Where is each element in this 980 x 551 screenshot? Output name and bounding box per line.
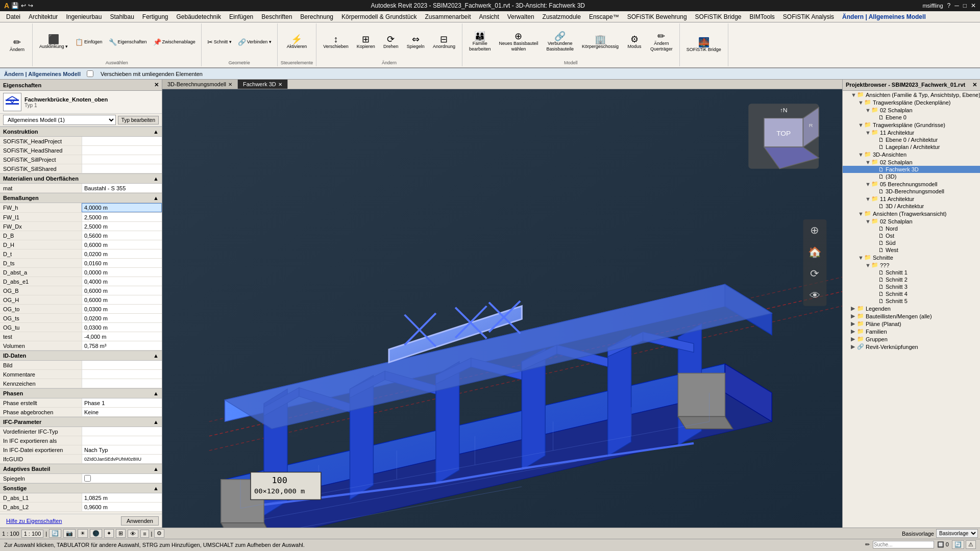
section-ifc[interactable]: IFC-Parameter▲ <box>0 417 162 427</box>
sun-btn[interactable]: ☀ <box>78 529 88 538</box>
tree-item-ansichten[interactable]: ▼ 📁 Ansichten (Familie & Typ, Ansichtsty… <box>843 91 980 98</box>
tree-item-legenden[interactable]: ▶ 📁 Legenden <box>843 305 980 312</box>
section-adaptives-bauteil[interactable]: Adaptives Bauteil▲ <box>0 464 162 474</box>
close-btn[interactable]: ✕ <box>971 2 976 9</box>
viewport-tab-fachwerk3d-close[interactable]: ✕ <box>278 82 282 87</box>
menu-stahlbau[interactable]: Stahlbau <box>106 12 138 21</box>
menu-ansicht[interactable]: Ansicht <box>475 12 503 21</box>
base-template-selector[interactable]: Basisvorlage <box>936 529 978 538</box>
menu-berechnung[interactable]: Berechnung <box>296 12 337 21</box>
menu-zusatzmodule[interactable]: Zusatzmodule <box>538 12 585 21</box>
spiegeln-checkbox[interactable] <box>84 475 91 482</box>
crop-btn[interactable]: ⊞ <box>116 529 126 538</box>
tree-item-plaene[interactable]: ▶ 📁 Pläne (Planat) <box>843 320 980 328</box>
tree-item-schnitt-5[interactable]: 🗋 Schnitt 5 <box>843 297 980 305</box>
help-icon[interactable]: ? <box>947 2 951 9</box>
search-input[interactable] <box>873 541 934 548</box>
properties-close[interactable]: ✕ <box>154 82 159 88</box>
viewport-canvas[interactable]: 100 00×120,000 m TOP R ↑N ⊕ <box>162 89 842 528</box>
tree-item-ebene-0-architektur[interactable]: 🗋 Ebene 0 / Architektur <box>843 136 980 143</box>
ribbon-btn-aendern[interactable]: ✏ Ändern <box>6 35 29 55</box>
browser-tree[interactable]: ▼ 📁 Ansichten (Familie & Typ, Ansichtsty… <box>843 91 980 528</box>
ribbon-btn-neue-basis[interactable]: ⊕ Neues Basisbauteilwählen <box>495 29 542 55</box>
tree-item-02-schalplan-1[interactable]: ▼ 📁 02 Schalplan <box>843 106 980 114</box>
menu-sofistik-bewehrung[interactable]: SOFiSTiK Bewehrung <box>623 12 691 21</box>
shadow-btn[interactable]: 🌑 <box>90 529 102 538</box>
tree-item-tragwerksplaene-decke[interactable]: ▼ 📁 Tragwerkspläne (Deckenpläne) <box>843 98 980 106</box>
scale-btn[interactable]: 1 : 100 <box>21 530 44 538</box>
type-dropdown[interactable]: Allgemeines Modell (1) <box>3 115 116 125</box>
tree-item-ebene-0-1[interactable]: 🗋 Ebene 0 <box>843 114 980 121</box>
ribbon-btn-kopieren[interactable]: ⊞ Kopieren <box>353 32 379 52</box>
tree-item-3d[interactable]: 🗋 (3D) <box>843 173 980 180</box>
tree-item-ansichten-tragwerk[interactable]: ▼ 📁 Ansichten (Tragwerksansicht) <box>843 210 980 217</box>
section-materialien[interactable]: Materialien und Oberflächen▲ <box>0 173 162 184</box>
status-sync-btn[interactable]: 🔄 <box>952 540 964 549</box>
menu-ingenieurbau[interactable]: Ingenieurbau <box>62 12 106 21</box>
ribbon-btn-aendern-basisbauteil[interactable]: ✏ ÄndernQuerträger <box>647 29 676 55</box>
tree-item-schnitt-1[interactable]: 🗋 Schnitt 1 <box>843 269 980 276</box>
minimize-btn[interactable]: ─ <box>954 2 959 9</box>
ribbon-btn-verbinden[interactable]: 🔗 Verbinden ▾ <box>235 37 274 47</box>
ribbon-btn-spiegeln[interactable]: ⇔ Spiegeln <box>403 32 428 52</box>
view-props-btn[interactable]: ⚙ <box>154 529 164 538</box>
ribbon-btn-anordnung[interactable]: ⊟ Anordnung <box>429 32 459 52</box>
camera-btn[interactable]: 📷 <box>63 529 76 538</box>
tree-item-familien[interactable]: ▶ 📁 Familien <box>843 328 980 335</box>
tree-item-lageplan-architektur[interactable]: 🗋 Lageplan / Architektur <box>843 143 980 151</box>
browser-close[interactable]: ✕ <box>972 82 977 88</box>
ribbon-btn-schnitt[interactable]: ✂ Schnitt ▾ <box>205 37 234 47</box>
tree-item-west[interactable]: 🗋 West <box>843 246 980 254</box>
type-edit-button[interactable]: Typ bearbeiten <box>118 116 159 124</box>
tree-item-fragezeichen[interactable]: ▼ 📁 ??? <box>843 261 980 269</box>
tree-item-3d-architektur[interactable]: 🗋 3D / Architektur <box>843 203 980 210</box>
section-konstruktion[interactable]: Konstruktion▲ <box>0 127 162 137</box>
status-warning-btn[interactable]: ⚠ <box>966 540 976 549</box>
viewport-tab-fachwerk3d[interactable]: Fachwerk 3D ✕ <box>238 80 288 89</box>
menu-sofistik-bridge[interactable]: SOFiSTiK Bridge <box>691 12 746 21</box>
menu-aendern[interactable]: Ändern | Allgemeines Modell <box>838 12 930 21</box>
viewport[interactable]: 3D-Berechnungsmodell ✕ Fachwerk 3D ✕ <box>162 80 842 528</box>
properties-scroll[interactable]: Konstruktion▲ SOFiSTiK_HeadProject SOFiS… <box>0 127 162 514</box>
quick-access-undo[interactable]: ↩ <box>21 2 26 9</box>
menu-fertigung[interactable]: Fertigung <box>138 12 173 21</box>
menu-gebaeudetechnik[interactable]: Gebäudetechnik <box>173 12 225 21</box>
ribbon-btn-aktivieren[interactable]: ⚡ Aktivieren <box>283 32 311 52</box>
ribbon-btn-koerpergeschossig[interactable]: 🏢 Körpergeschossig <box>578 32 622 52</box>
tree-item-11-architektur-1[interactable]: ▼ 📁 11 Architektur <box>843 129 980 136</box>
menu-datei[interactable]: Datei <box>2 12 24 21</box>
section-sonstige[interactable]: Sonstige▲ <box>0 483 162 493</box>
tree-item-ost[interactable]: 🗋 Ost <box>843 232 980 239</box>
ribbon-btn-einfuegen[interactable]: 📋 Einfügen <box>72 37 105 47</box>
section-bemassungen[interactable]: Bemaßungen▲ <box>0 193 162 203</box>
tree-item-gruppen[interactable]: ▶ 📁 Gruppen <box>843 335 980 343</box>
menu-zusammenarbeit[interactable]: Zusammenarbeit <box>421 12 475 21</box>
tree-item-sued[interactable]: 🗋 Süd <box>843 239 980 246</box>
menu-beschriften[interactable]: Beschriften <box>257 12 296 21</box>
tree-item-nord[interactable]: 🗋 Nord <box>843 225 980 232</box>
section-id-daten[interactable]: ID-Daten▲ <box>0 350 162 361</box>
detail-level-btn[interactable]: ≡ <box>140 530 149 538</box>
tree-item-schnitte[interactable]: ▼ 📁 Schnitte <box>843 254 980 261</box>
tree-item-schnitt-2[interactable]: 🗋 Schnitt 2 <box>843 276 980 283</box>
menu-verwalten[interactable]: Verwalten <box>503 12 538 21</box>
tree-item-11-architektur-3d[interactable]: ▼ 📁 11 Architektur <box>843 195 980 203</box>
tree-item-3d-berechnungsmodell[interactable]: 🗋 3D-Berechnungsmodell <box>843 188 980 195</box>
ribbon-btn-drehen[interactable]: ⟳ Drehen <box>380 32 402 52</box>
menu-enscape[interactable]: Enscape™ <box>585 12 623 21</box>
menu-einfuegen[interactable]: Einfügen <box>225 12 257 21</box>
properties-help-link[interactable]: Hilfe zu Eigenschaften <box>3 517 65 525</box>
properties-apply-button[interactable]: Anwenden <box>121 516 159 525</box>
menu-koerpermodell[interactable]: Körpermodell & Grundstück <box>337 12 421 21</box>
render-btn[interactable]: ✦ <box>104 529 114 538</box>
ribbon-btn-sofistik-bridge[interactable]: 🌉 SOFiSTiK Bridge <box>683 35 725 55</box>
quick-access-redo[interactable]: ↪ <box>28 2 33 9</box>
ribbon-btn-eigenschaften[interactable]: 🔧 Eigenschaften <box>106 37 150 47</box>
maximize-btn[interactable]: □ <box>963 2 967 9</box>
quick-access-save[interactable]: 💾 <box>11 2 19 9</box>
viewport-tab-berechnungsmodell[interactable]: 3D-Berechnungsmodell ✕ <box>162 80 238 89</box>
tree-item-revit-verknuepfungen[interactable]: ▶ 🔗 Revit-Verknüpfungen <box>843 343 980 350</box>
tree-item-02-schalplan-trag[interactable]: ▼ 📁 02 Schalplan <box>843 217 980 225</box>
tree-item-tragwerksplaene-grundrisse[interactable]: ▼ 📁 Tragwerkspläne (Grundrisse) <box>843 121 980 129</box>
ribbon-btn-verschieben[interactable]: ↕ Verschieben <box>320 32 352 52</box>
